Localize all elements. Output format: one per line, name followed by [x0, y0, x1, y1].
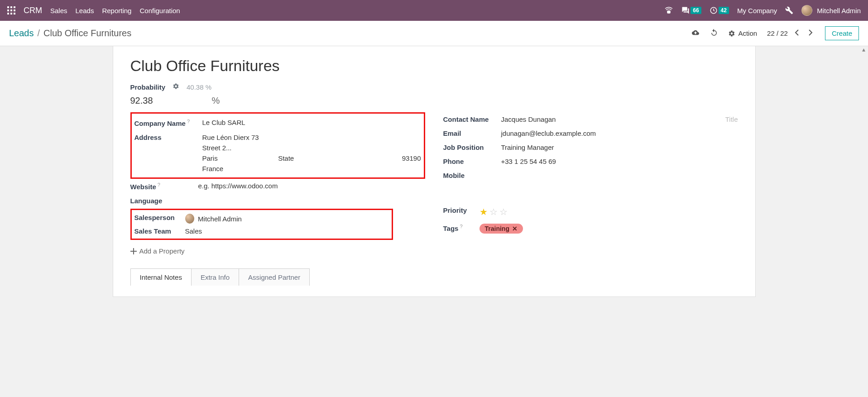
- svg-rect-0: [7, 6, 9, 8]
- messages-badge: 66: [691, 7, 701, 14]
- email-value[interactable]: jdunagan@leclub.example.com: [501, 129, 596, 137]
- action-bar: Leads / Club Office Furnitures Action 22…: [0, 21, 868, 46]
- tag-training[interactable]: Training ✕: [480, 224, 523, 234]
- action-right: Action 22 / 22 Create: [691, 26, 859, 40]
- star-2[interactable]: ☆: [489, 206, 498, 217]
- user-menu[interactable]: Mitchell Admin: [801, 5, 861, 16]
- nav-sales[interactable]: Sales: [50, 7, 67, 14]
- highlight-salesperson-team: Salesperson Mitchell Admin Sales Team Sa…: [130, 209, 393, 240]
- left-column: Company Name ? Le Club SARL Address Rue …: [130, 112, 425, 256]
- create-button[interactable]: Create: [825, 26, 859, 40]
- probability-gear-icon[interactable]: [173, 83, 179, 91]
- job-position-value[interactable]: Training Manager: [501, 143, 554, 151]
- action-dropdown-label: Action: [738, 29, 757, 37]
- salesperson-value[interactable]: Mitchell Admin: [198, 215, 388, 223]
- user-avatar-icon: [801, 5, 812, 16]
- navbar-right: 66 42 My Company Mitchell Admin: [664, 5, 861, 16]
- probability-value[interactable]: 92.38: [130, 96, 153, 106]
- tab-assigned-partner[interactable]: Assigned Partner: [239, 268, 310, 286]
- scroll-up-icon[interactable]: ▴: [861, 47, 866, 52]
- salesperson-label: Salesperson: [134, 214, 185, 221]
- main-navbar: CRM Sales Leads Reporting Configuration …: [0, 0, 868, 21]
- apps-icon[interactable]: [7, 6, 15, 14]
- right-column: Contact Name Jacques Dunagan Title Email…: [443, 112, 738, 256]
- user-name-label: Mitchell Admin: [817, 7, 861, 14]
- salesteam-value[interactable]: Sales: [185, 227, 202, 235]
- phone-value[interactable]: +33 1 25 54 45 69: [501, 158, 556, 165]
- country-input[interactable]: France: [202, 165, 224, 172]
- mobile-label: Mobile: [443, 172, 501, 179]
- breadcrumb-current: Club Office Furnitures: [43, 28, 131, 38]
- priority-label: Priority: [443, 206, 480, 214]
- language-label: Language: [130, 197, 198, 205]
- svg-rect-7: [10, 13, 12, 14]
- nav-leads[interactable]: Leads: [76, 7, 94, 14]
- form-tabs: Internal Notes Extra Info Assigned Partn…: [130, 268, 738, 286]
- nav-configuration[interactable]: Configuration: [139, 7, 180, 14]
- debug-icon[interactable]: [785, 6, 793, 14]
- street-input[interactable]: Rue Léon Dierx 73: [202, 134, 259, 141]
- probability-hint: 40.38 %: [187, 83, 211, 91]
- app-brand[interactable]: CRM: [24, 6, 42, 15]
- tag-training-label: Training: [485, 225, 509, 232]
- messages-icon[interactable]: 66: [681, 6, 701, 14]
- svg-rect-8: [14, 13, 15, 14]
- svg-rect-4: [10, 10, 12, 11]
- zip-input[interactable]: 93190: [402, 154, 421, 162]
- contact-name-value[interactable]: Jacques Dunagan: [501, 115, 716, 123]
- website-input[interactable]: e.g. https://www.odoo.com: [198, 182, 278, 190]
- tag-remove-icon[interactable]: ✕: [512, 225, 518, 232]
- star-3[interactable]: ☆: [499, 206, 508, 217]
- plus-icon: [130, 248, 137, 254]
- nav-reporting[interactable]: Reporting: [102, 7, 131, 14]
- add-property-button[interactable]: Add a Property: [130, 247, 185, 255]
- pager: 22 / 22: [767, 28, 815, 39]
- breadcrumb: Leads / Club Office Furnitures: [9, 28, 131, 38]
- pager-next-icon[interactable]: [806, 28, 815, 39]
- breadcrumb-root[interactable]: Leads: [9, 28, 34, 38]
- cloud-upload-icon[interactable]: [691, 29, 700, 38]
- discard-icon[interactable]: [710, 29, 718, 38]
- breadcrumb-separator: /: [38, 28, 40, 38]
- add-property-label: Add a Property: [139, 247, 185, 255]
- city-input[interactable]: Paris: [202, 154, 218, 162]
- street2-input[interactable]: Street 2...: [202, 144, 232, 152]
- title-input[interactable]: Title: [725, 115, 738, 123]
- activities-badge: 42: [719, 7, 729, 14]
- probability-row: Probability 40.38 %: [130, 83, 738, 91]
- tab-internal-notes[interactable]: Internal Notes: [130, 268, 192, 286]
- gear-icon: [728, 30, 735, 37]
- pager-text[interactable]: 22 / 22: [767, 29, 788, 37]
- svg-rect-1: [10, 6, 12, 8]
- state-input[interactable]: State: [278, 154, 294, 162]
- tab-extra-info[interactable]: Extra Info: [192, 268, 239, 286]
- salesteam-label: Sales Team: [134, 227, 185, 235]
- email-label: Email: [443, 129, 501, 137]
- svg-rect-3: [7, 10, 9, 11]
- priority-stars: ★ ☆ ☆: [480, 206, 738, 217]
- job-position-label: Job Position: [443, 143, 501, 151]
- address-label: Address: [134, 134, 202, 141]
- activities-icon[interactable]: 42: [710, 6, 729, 14]
- svg-rect-9: [667, 11, 670, 13]
- phone-icon[interactable]: [664, 7, 673, 14]
- form-sheet: Club Office Furnitures Probability 40.38…: [113, 46, 756, 297]
- probability-label: Probability: [130, 83, 166, 91]
- star-1[interactable]: ★: [480, 206, 488, 217]
- pager-prev-icon[interactable]: [792, 28, 801, 39]
- company-switcher[interactable]: My Company: [737, 7, 777, 14]
- svg-rect-6: [7, 13, 9, 14]
- percent-sign: %: [212, 96, 220, 106]
- tags-label: Tags ?: [443, 224, 480, 232]
- svg-rect-12: [130, 251, 137, 252]
- lead-title[interactable]: Club Office Furnitures: [130, 57, 738, 75]
- navbar-left: CRM Sales Leads Reporting Configuration: [7, 6, 180, 15]
- scrollbar[interactable]: ▴: [860, 46, 867, 297]
- phone-label: Phone: [443, 158, 501, 165]
- company-name-value[interactable]: Le Club SARL: [202, 119, 245, 126]
- action-dropdown[interactable]: Action: [728, 29, 757, 37]
- highlight-company-address: Company Name ? Le Club SARL Address Rue …: [130, 112, 425, 179]
- company-name-label: Company Name ?: [134, 119, 202, 127]
- website-label: Website ?: [130, 182, 198, 191]
- contact-name-label: Contact Name: [443, 115, 501, 123]
